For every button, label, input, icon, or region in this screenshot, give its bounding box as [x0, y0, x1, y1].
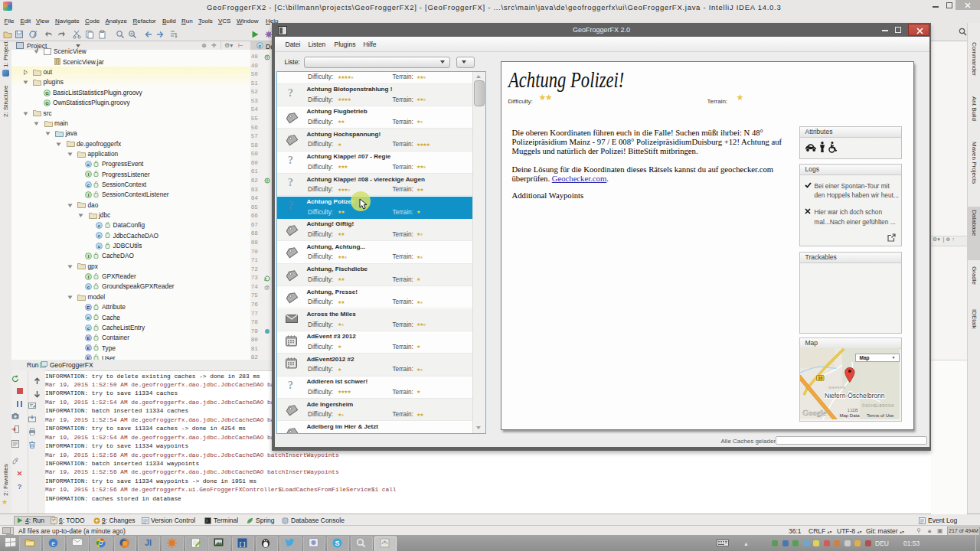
svg-text:1:1135: 1:1135 — [848, 409, 858, 412]
svg-text:S: S — [335, 540, 339, 547]
svg-text:G: G — [45, 90, 49, 95]
svg-text:Jl: Jl — [145, 538, 152, 547]
svg-text:E: E — [87, 346, 90, 350]
svg-text:E: E — [87, 335, 90, 340]
svg-text:[]: [] — [239, 540, 247, 547]
svg-text:Map Data: Map Data — [839, 413, 860, 418]
svg-text:10: 10 — [818, 376, 822, 380]
svg-text:Niefern-Öschelbronn: Niefern-Öschelbronn — [825, 392, 885, 399]
svg-text:ÖSCHELBRONN: ÖSCHELBRONN — [862, 403, 894, 408]
svg-text:e: e — [51, 539, 55, 547]
svg-text:Google: Google — [802, 409, 827, 417]
svg-text:Terms of Use: Terms of Use — [867, 413, 894, 418]
svg-text:E: E — [87, 305, 90, 309]
svg-text:G: G — [45, 100, 49, 105]
svg-text:NIEFERN: NIEFERN — [828, 386, 845, 390]
